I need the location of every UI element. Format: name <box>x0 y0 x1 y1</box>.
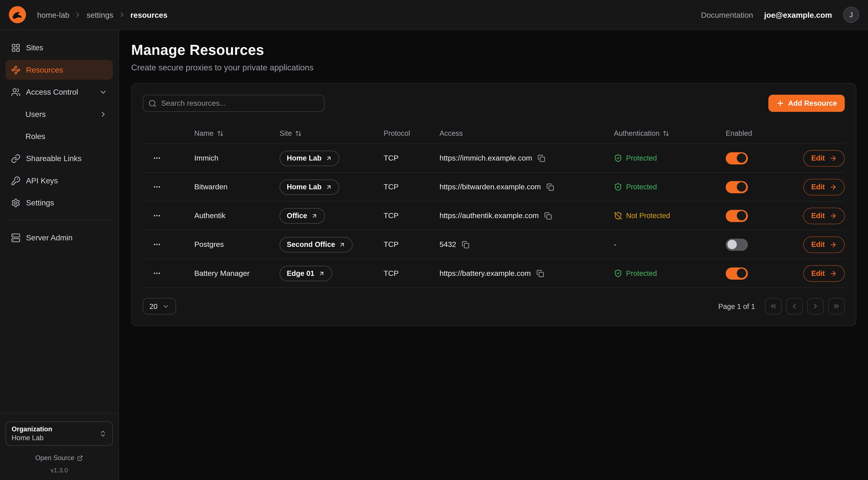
column-label: Enabled <box>726 129 752 138</box>
copy-access-button[interactable] <box>462 241 470 248</box>
access-url: https://authentik.example.com <box>439 212 539 220</box>
row-menu-button[interactable] <box>150 153 164 163</box>
toggle-knob <box>737 211 746 220</box>
site-link-button[interactable]: Home Lab <box>280 150 339 166</box>
resource-name: Battery Manager <box>194 269 250 277</box>
column-label: Protocol <box>383 129 410 138</box>
chevron-down-icon <box>162 303 170 310</box>
resource-name: Immich <box>194 154 218 162</box>
page-subtitle: Create secure proxies to your private ap… <box>131 63 857 72</box>
site-cell: Office <box>280 208 383 223</box>
column-header-enabled: Enabled <box>726 129 801 138</box>
topbar: home-lab settings resources Documentatio… <box>0 0 868 30</box>
row-menu-cell <box>143 182 194 192</box>
edit-label: Edit <box>811 212 825 220</box>
authentication-cell: Not Protected <box>614 212 726 220</box>
sidebar-item-resources[interactable]: Resources <box>6 60 113 80</box>
avatar[interactable]: J <box>843 7 859 23</box>
auth-label: - <box>614 240 616 249</box>
edit-button[interactable]: Edit <box>803 207 845 224</box>
sidebar-item-users[interactable]: Users <box>6 104 113 124</box>
copy-access-button[interactable] <box>536 269 544 277</box>
breadcrumb-current[interactable]: resources <box>130 10 167 19</box>
sort-site-button[interactable] <box>295 130 302 137</box>
sidebar-item-server-admin[interactable]: Server Admin <box>6 228 113 247</box>
ellipsis-icon <box>153 240 161 249</box>
last-page-button[interactable] <box>828 298 845 314</box>
sidebar-item-roles[interactable]: Roles <box>6 126 113 146</box>
edit-button[interactable]: Edit <box>803 179 845 195</box>
row-menu-button[interactable] <box>150 239 164 250</box>
add-resource-button[interactable]: Add Resource <box>768 95 845 112</box>
sidebar-nav: Sites Resources Access Control <box>0 30 119 247</box>
breadcrumb-org[interactable]: home-lab <box>37 10 69 19</box>
site-link-button[interactable]: Second Office <box>280 237 353 252</box>
auth-label: Not Protected <box>626 212 670 220</box>
protocol-value: TCP <box>383 183 399 191</box>
organization-value: Home Lab <box>11 434 52 442</box>
user-email[interactable]: joe@example.com <box>764 10 832 19</box>
site-link-button[interactable]: Edge 01 <box>280 266 332 281</box>
chevron-right-icon <box>811 302 819 310</box>
chevron-right-icon <box>99 110 107 118</box>
row-menu-cell <box>143 210 194 221</box>
site-link-button[interactable]: Office <box>280 208 325 223</box>
server-icon <box>11 233 21 242</box>
gear-icon <box>11 198 21 207</box>
edit-button[interactable]: Edit <box>803 150 845 167</box>
site-link-button[interactable]: Home Lab <box>280 179 339 195</box>
chevrons-up-down-icon <box>99 430 107 438</box>
enabled-cell <box>726 267 801 279</box>
copy-access-button[interactable] <box>544 212 552 219</box>
next-page-button[interactable] <box>807 298 824 314</box>
edit-label: Edit <box>811 183 825 191</box>
page-size-select[interactable]: 20 <box>143 298 176 314</box>
sidebar-item-label: Users <box>26 110 46 119</box>
access-url: https://immich.example.com <box>439 154 532 162</box>
first-page-button[interactable] <box>765 298 782 314</box>
ellipsis-icon <box>153 154 161 162</box>
table-header-row: Name Site <box>143 123 845 144</box>
row-menu-button[interactable] <box>150 182 164 192</box>
enabled-toggle[interactable] <box>726 210 748 222</box>
enabled-cell <box>726 210 801 222</box>
row-menu-button[interactable] <box>150 210 164 221</box>
enabled-toggle[interactable] <box>726 238 748 250</box>
copy-access-button[interactable] <box>538 154 546 162</box>
arrow-up-right-icon <box>326 155 332 161</box>
chevron-right-icon <box>74 11 82 18</box>
copy-icon <box>462 241 470 248</box>
protocol-cell: TCP <box>383 154 439 162</box>
previous-page-button[interactable] <box>786 298 803 314</box>
documentation-link[interactable]: Documentation <box>701 10 753 19</box>
organization-selector[interactable]: Organization Home Lab <box>6 421 113 446</box>
sort-authentication-button[interactable] <box>663 130 670 137</box>
column-label: Site <box>280 129 292 138</box>
auth-status: Not Protected <box>614 212 670 220</box>
copy-access-button[interactable] <box>547 183 554 191</box>
topbar-right: Documentation joe@example.com J <box>701 7 859 23</box>
organization-text: Organization Home Lab <box>11 425 52 442</box>
open-source-link[interactable]: Open Source <box>6 454 113 462</box>
search-input[interactable] <box>143 95 324 112</box>
breadcrumb-settings[interactable]: settings <box>87 10 113 19</box>
access-cell: https://immich.example.com <box>439 154 614 162</box>
sidebar-item-shareable-links[interactable]: Shareable Links <box>6 148 113 168</box>
auth-label: Protected <box>626 183 657 191</box>
row-menu-button[interactable] <box>150 268 164 278</box>
table-row: Battery Manager Edge 01 <box>143 259 845 288</box>
enabled-toggle[interactable] <box>726 152 748 164</box>
sidebar-item-settings[interactable]: Settings <box>6 193 113 213</box>
sidebar-item-access-control[interactable]: Access Control <box>6 82 113 102</box>
app-logo[interactable] <box>9 6 26 23</box>
enabled-toggle[interactable] <box>726 181 748 193</box>
sort-name-button[interactable] <box>217 130 223 137</box>
sidebar-item-api-keys[interactable]: API Keys <box>6 171 113 190</box>
copy-icon <box>538 154 546 162</box>
edit-button[interactable]: Edit <box>803 265 845 281</box>
table-row: Postgres Second Office <box>143 231 845 259</box>
enabled-toggle[interactable] <box>726 267 748 279</box>
arrow-right-icon <box>829 154 837 162</box>
edit-button[interactable]: Edit <box>803 236 845 253</box>
sidebar-item-sites[interactable]: Sites <box>6 38 113 58</box>
